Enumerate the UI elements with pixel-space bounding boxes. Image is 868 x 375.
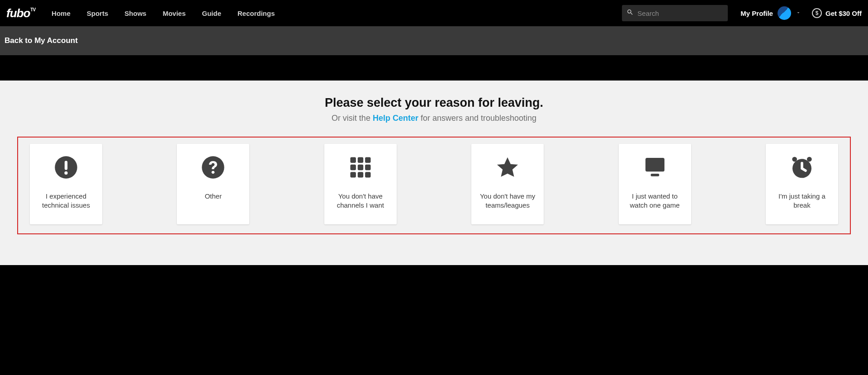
subheader: Back to My Account xyxy=(0,26,868,55)
page-subtitle: Or visit the Help Center for answers and… xyxy=(0,114,868,123)
logo-text: fubo xyxy=(6,6,30,20)
star-icon xyxy=(495,155,520,180)
search-icon xyxy=(626,9,637,18)
nav-movies[interactable]: Movies xyxy=(163,9,186,17)
svg-rect-13 xyxy=(645,158,664,171)
header: fuboTV Home Sports Shows Movies Guide Re… xyxy=(0,0,868,26)
svg-rect-10 xyxy=(350,172,356,177)
svg-rect-14 xyxy=(650,174,659,176)
subtitle-suffix: for answers and troubleshooting xyxy=(418,114,536,123)
svg-rect-7 xyxy=(350,165,356,170)
reason-break[interactable]: I'm just taking a break xyxy=(766,144,838,224)
back-to-account-link[interactable]: Back to My Account xyxy=(5,36,78,45)
nav-sports[interactable]: Sports xyxy=(87,9,109,17)
reason-label: Other xyxy=(205,192,222,201)
svg-rect-11 xyxy=(358,172,363,177)
clock-icon xyxy=(789,155,815,180)
promo-label: Get $30 Off xyxy=(825,9,862,17)
reason-cards: I experienced technical issues Other xyxy=(22,144,846,224)
nav-home[interactable]: Home xyxy=(52,9,71,17)
reason-label: You don't have channels I want xyxy=(329,192,392,210)
gap xyxy=(0,55,868,81)
svg-rect-12 xyxy=(365,172,370,177)
profile-menu[interactable]: My Profile xyxy=(740,6,801,20)
question-icon xyxy=(200,155,226,180)
exclamation-icon xyxy=(53,155,79,180)
search-input[interactable] xyxy=(637,9,723,17)
nav-guide[interactable]: Guide xyxy=(202,9,222,17)
nav-recordings[interactable]: Recordings xyxy=(237,9,275,17)
reason-label: I experienced technical issues xyxy=(34,192,98,210)
page-title: Please select your reason for leaving. xyxy=(0,96,868,110)
reason-other[interactable]: Other xyxy=(177,144,249,224)
dollar-icon: $ xyxy=(812,8,822,18)
reason-label: I'm just taking a break xyxy=(770,192,834,210)
promo-button[interactable]: $ Get $30 Off xyxy=(812,8,862,18)
reasons-highlight: I experienced technical issues Other xyxy=(17,137,851,234)
svg-rect-6 xyxy=(365,157,370,163)
svg-rect-1 xyxy=(65,161,67,170)
svg-rect-5 xyxy=(358,157,363,163)
reason-label: I just wanted to watch one game xyxy=(623,192,687,210)
subtitle-prefix: Or visit the xyxy=(332,114,373,123)
grid-icon xyxy=(348,155,373,180)
main-nav: Home Sports Shows Movies Guide Recording… xyxy=(52,9,275,17)
main: Please select your reason for leaving. O… xyxy=(0,81,868,265)
svg-rect-8 xyxy=(358,165,363,170)
reason-technical-issues[interactable]: I experienced technical issues xyxy=(30,144,102,224)
monitor-icon xyxy=(642,155,668,180)
nav-shows[interactable]: Shows xyxy=(124,9,146,17)
logo-sup: TV xyxy=(30,7,35,12)
reason-label: You don't have my teams/leagues xyxy=(476,192,539,210)
reason-one-game[interactable]: I just wanted to watch one game xyxy=(619,144,691,224)
reason-channels[interactable]: You don't have channels I want xyxy=(324,144,397,224)
profile-label: My Profile xyxy=(740,9,773,17)
svg-rect-9 xyxy=(365,165,370,170)
footer xyxy=(0,265,868,324)
svg-rect-4 xyxy=(350,157,356,163)
chevron-down-icon xyxy=(796,9,801,17)
reason-teams[interactable]: You don't have my teams/leagues xyxy=(471,144,544,224)
svg-point-2 xyxy=(64,171,67,175)
help-center-link[interactable]: Help Center xyxy=(373,114,418,123)
avatar xyxy=(778,6,791,20)
search-box[interactable] xyxy=(622,5,728,21)
logo[interactable]: fuboTV xyxy=(6,6,35,20)
